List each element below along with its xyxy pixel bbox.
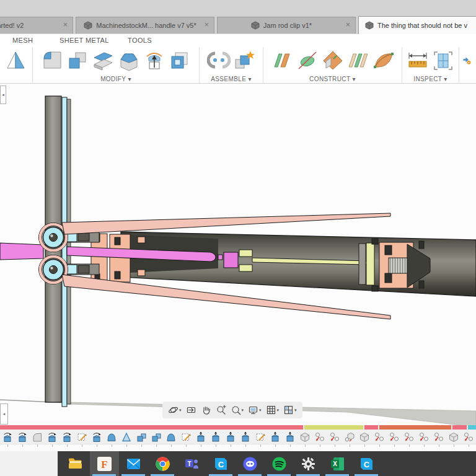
timeline-feature-sketch[interactable] <box>253 430 268 444</box>
timeline-feature-component[interactable] <box>298 430 312 444</box>
timeline-group-segment[interactable] <box>468 425 476 430</box>
panel-toggle-top[interactable]: ◂ <box>0 86 6 104</box>
grid-snaps-icon[interactable]: ▾ <box>265 405 281 415</box>
taskbar-excel-icon[interactable]: X <box>323 451 352 476</box>
dropdown-caret-icon[interactable]: ▾ <box>242 408 244 413</box>
look-at-icon[interactable] <box>185 405 198 415</box>
curved-plane-icon[interactable] <box>372 48 395 73</box>
timeline-group-segment[interactable] <box>364 425 378 430</box>
orbit-icon[interactable]: ▾ <box>167 405 183 415</box>
timeline-feature-fillet[interactable] <box>30 430 45 444</box>
dropdown-caret-icon[interactable]: ▾ <box>259 408 262 413</box>
timeline-feature-joint[interactable] <box>416 430 431 444</box>
chamfer-icon[interactable] <box>117 48 141 73</box>
document-tab[interactable]: MachinedstockM... handle v7 v5*× <box>76 17 214 33</box>
taskbar-fusion-360-icon[interactable]: F <box>90 451 119 476</box>
timeline-feature-joint[interactable] <box>372 430 387 444</box>
fillet-icon[interactable] <box>41 48 64 73</box>
taskbar-discord-icon[interactable] <box>236 451 265 476</box>
dropdown-caret-icon[interactable]: ▾ <box>277 408 280 413</box>
end-plug[interactable] <box>379 241 430 288</box>
timeline-feature-joint[interactable] <box>387 430 402 444</box>
ribbon-group-label[interactable]: INSPECT ▾ <box>402 76 459 82</box>
document-tab[interactable]: Jam rod clip v1*× <box>217 17 356 33</box>
display-settings-icon[interactable]: ▾ <box>247 405 263 415</box>
timeline-feature-revolve[interactable] <box>89 430 104 444</box>
fit-icon[interactable]: ▾ <box>229 405 245 415</box>
timeline-feature-revolve[interactable] <box>0 430 15 444</box>
ribbon-group-label[interactable]: MODIFY ▾ <box>33 76 199 82</box>
ribbon-group-label[interactable]: CONSTRUCT ▾ <box>263 76 402 82</box>
measure-icon[interactable] <box>406 48 430 73</box>
timeline-feature-extrude[interactable] <box>223 430 238 444</box>
timeline-feature-extrude[interactable] <box>238 430 253 444</box>
timeline-feature-joint[interactable] <box>402 430 416 444</box>
timeline-feature-extrude[interactable] <box>283 430 298 444</box>
section-analysis-icon[interactable] <box>431 48 455 73</box>
timeline-feature-joint[interactable] <box>431 430 446 444</box>
model-viewport[interactable]: ◂ ◂ ▾▾▾▾▾ <box>0 84 476 425</box>
tab-close-button[interactable]: × <box>345 20 350 29</box>
insert-icon[interactable] <box>463 48 472 73</box>
taskbar-cura-2-icon[interactable]: C <box>352 451 381 476</box>
timeline-feature-sketch[interactable] <box>74 430 89 444</box>
ribbon-group-label[interactable]: ASSEMBLE ▾ <box>200 76 263 82</box>
combine-icon[interactable] <box>66 48 90 73</box>
torsion-spring-top[interactable] <box>62 213 390 234</box>
timeline-feature-sweep[interactable] <box>164 430 178 444</box>
shell-icon[interactable] <box>168 48 192 73</box>
new-component-icon[interactable] <box>232 48 256 73</box>
timeline-group-segment[interactable] <box>0 425 303 430</box>
menu-tab-mesh[interactable]: MESH <box>12 37 33 44</box>
split-body-icon[interactable] <box>92 48 115 73</box>
timeline-feature-extrude[interactable] <box>193 430 208 444</box>
timeline-feature-joint[interactable] <box>461 430 476 444</box>
timeline-feature-joint[interactable] <box>327 430 342 444</box>
taskbar-chrome-icon[interactable] <box>148 451 177 476</box>
press-pull-icon[interactable] <box>143 48 166 73</box>
timeline-feature-component[interactable] <box>357 430 372 444</box>
taskbar-file-explorer-icon[interactable] <box>61 451 90 476</box>
tab-close-button[interactable]: × <box>204 20 209 29</box>
draft-icon[interactable] <box>4 48 28 73</box>
angled-plane-icon[interactable] <box>321 48 345 73</box>
dropdown-caret-icon[interactable]: ▾ <box>294 408 297 413</box>
timeline-feature-sweep[interactable] <box>104 430 119 444</box>
menu-tab-sheet-metal[interactable]: SHEET METAL <box>60 37 109 44</box>
timeline-ruler[interactable] <box>0 444 476 451</box>
joint-icon[interactable] <box>207 48 231 73</box>
timeline-feature-draft[interactable] <box>119 430 134 444</box>
tab-close-button[interactable]: × <box>63 20 68 29</box>
hinge-pin-top[interactable] <box>43 227 64 248</box>
dropdown-caret-icon[interactable]: ▾ <box>179 408 182 413</box>
offset-plane-icon[interactable] <box>270 48 294 73</box>
taskbar-settings-icon[interactable] <box>294 451 323 476</box>
axis-icon[interactable] <box>296 48 319 73</box>
pan-icon[interactable] <box>200 405 213 415</box>
taskbar-cura-icon[interactable]: C <box>206 451 236 476</box>
taskbar-spotify-icon[interactable] <box>265 451 294 476</box>
midplane-icon[interactable] <box>346 48 370 73</box>
timeline-feature-component[interactable] <box>446 430 461 444</box>
timeline-feature-extrude[interactable] <box>208 430 223 444</box>
timeline-feature-as-built-joint[interactable] <box>342 430 357 444</box>
taskbar-mail-icon[interactable] <box>119 451 148 476</box>
timeline-feature-joint[interactable] <box>312 430 327 444</box>
push-rod-handle[interactable] <box>0 243 43 260</box>
timeline-feature-combine[interactable] <box>149 430 164 444</box>
timeline-feature-combine[interactable] <box>134 430 149 444</box>
timeline-feature-revolve[interactable] <box>45 430 60 444</box>
plate-liner[interactable] <box>62 97 67 407</box>
timeline-feature-extrude[interactable] <box>268 430 283 444</box>
rod-coupler[interactable] <box>224 252 238 268</box>
taskbar-teams-icon[interactable]: T <box>177 451 206 476</box>
rod-tip[interactable] <box>218 255 223 260</box>
hinge-pin-bottom[interactable] <box>43 260 64 280</box>
document-tab[interactable]: arestarted! v2× <box>0 17 73 33</box>
document-tab[interactable]: The thing that should not be v <box>358 16 476 34</box>
timeline-group-segment[interactable] <box>379 425 451 430</box>
timeline-feature-revolve[interactable] <box>15 430 30 444</box>
zoom-icon[interactable] <box>214 405 227 415</box>
timeline-group-segment[interactable] <box>452 425 467 430</box>
panel-toggle-bottom[interactable]: ◂ <box>0 403 8 425</box>
